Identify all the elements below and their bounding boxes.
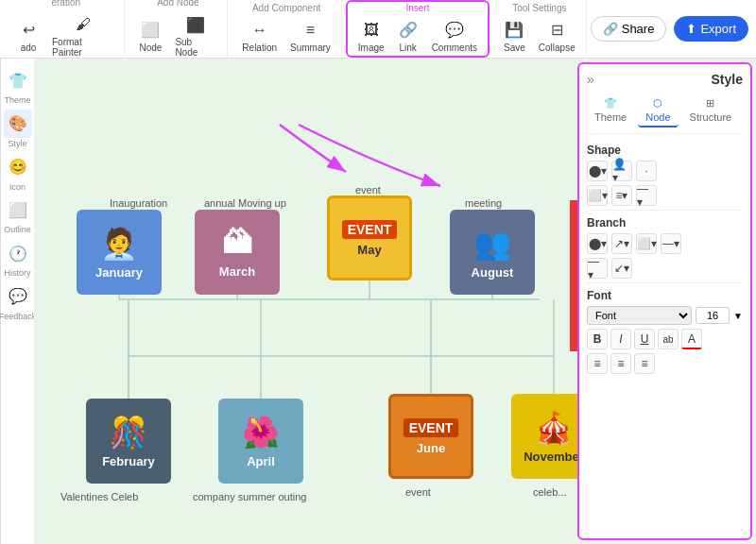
mar-annotation: annual Moving up (204, 197, 286, 209)
format-painter-icon: 🖌 (73, 14, 94, 35)
shape-dot-btn[interactable]: · (636, 161, 657, 181)
tab-theme[interactable]: 👕 Theme (587, 94, 634, 128)
align-left-btn[interactable]: ≡ (587, 353, 608, 374)
shape-person-btn[interactable]: 👤▾ (611, 161, 632, 181)
align-right-btn[interactable]: ≡ (634, 353, 655, 374)
sidebar-item-history[interactable]: 🕐 History (4, 239, 32, 279)
summary-icon: ≡ (300, 20, 320, 41)
node-icon: ⬜ (140, 20, 161, 41)
group-label-insert: Insert (405, 3, 429, 13)
share-icon: 🔗 (603, 22, 618, 36)
sub-node-icon: ⬛ (185, 14, 206, 35)
branch-fill-btn[interactable]: ⬤▾ (587, 233, 608, 254)
italic-btn[interactable]: I (610, 329, 631, 349)
format-painter-button[interactable]: 🖌 Format Painter (47, 11, 118, 60)
branch-curve-btn[interactable]: ↙▾ (611, 258, 632, 279)
apr-annotation: company summer outing (193, 491, 306, 502)
sidebar-item-feedback[interactable]: 💬 Feedback (0, 282, 36, 322)
mar-label: March (219, 264, 255, 279)
format-row: B I U ab A (587, 329, 743, 349)
branch-rect-btn[interactable]: ⬜▾ (636, 233, 657, 254)
sidebar-item-icon[interactable]: 😊 Icon (4, 153, 32, 193)
bold-btn[interactable]: B (587, 329, 608, 349)
style-icon: 🎨 (4, 110, 32, 138)
undo-button[interactable]: ↩ ado (13, 17, 43, 56)
strikethrough-btn[interactable]: ab (658, 329, 679, 349)
font-section-title: Font (587, 289, 743, 302)
sub-node-button[interactable]: ⬛ Sub Node (170, 11, 221, 60)
font-color-btn[interactable]: A (681, 329, 702, 349)
toolbar-group-insert: Insert 🖼 Image 🔗 Link 💬 Comments (346, 0, 490, 58)
outline-icon: ⬜ (4, 196, 32, 224)
branch-dash2-btn[interactable]: — ▾ (587, 258, 608, 279)
panel-collapse-btn[interactable]: » (587, 72, 594, 87)
toolbar-group-add-component: Add Component ↔ Relation ≡ Summary (232, 0, 342, 58)
share-export-group: 🔗 Share ⬆ Export (591, 16, 748, 42)
shape-row-1: ⬤▾ 👤▾ · (587, 161, 743, 181)
panel-header: » Style (587, 72, 743, 87)
save-button[interactable]: 💾 Save (499, 17, 530, 56)
underline-btn[interactable]: U (634, 329, 655, 349)
shape-dash-btn[interactable]: — ▾ (636, 185, 657, 206)
node-march[interactable]: 🏔 March (195, 210, 280, 295)
history-icon: 🕐 (4, 239, 32, 267)
node-may[interactable]: EVENT May (327, 196, 412, 280)
canvas[interactable]: Inauguration annual Moving up event meet… (34, 59, 577, 544)
feb-icon: 🎊 (110, 415, 147, 450)
shape-rect-btn[interactable]: ⬜▾ (587, 185, 608, 206)
sidebar-label-outline: Outline (4, 225, 31, 235)
toolbar-group-tool-settings: Tool Settings 💾 Save ⊟ Collapse (493, 0, 587, 58)
comments-button[interactable]: 💬 Comments (427, 17, 482, 56)
summary-button[interactable]: ≡ Summary (285, 17, 335, 56)
sidebar-label-icon: Icon (9, 182, 26, 193)
sidebar-item-style[interactable]: 🎨 Style (4, 110, 32, 149)
font-size-arrow[interactable]: ▼ (733, 311, 743, 321)
red-bar (570, 200, 577, 351)
jan-annotation: Inauguration (110, 197, 167, 209)
node-november[interactable]: 🎪 November (511, 394, 577, 479)
shape-fill-btn[interactable]: ⬤▾ (587, 161, 608, 181)
jan-label: January (95, 265, 143, 280)
tab-structure[interactable]: ⊞ Structure (682, 94, 740, 128)
node-february[interactable]: 🎊 February (86, 399, 171, 484)
jun-annotation: event (405, 486, 431, 498)
jun-event-badge: EVENT (404, 418, 459, 437)
node-april[interactable]: 🌺 April (218, 399, 303, 484)
node-august[interactable]: 👥 August (450, 210, 535, 295)
shape-lines-btn[interactable]: ≡▾ (611, 185, 632, 206)
align-center-btn[interactable]: ≡ (610, 353, 631, 374)
sidebar-item-outline[interactable]: ⬜ Outline (4, 196, 32, 235)
divider-1 (587, 210, 743, 211)
theme-icon: 👕 (4, 66, 32, 94)
feb-label: February (102, 454, 155, 468)
sidebar-label-theme: Theme (4, 95, 30, 106)
save-icon: 💾 (504, 20, 524, 41)
font-select[interactable]: Font (587, 306, 692, 325)
tab-node[interactable]: ⬡ Node (638, 94, 678, 128)
branch-color-btn[interactable]: ↗▾ (611, 233, 632, 254)
aug-icon: 👥 (473, 226, 511, 262)
sidebar-label-style: Style (8, 139, 26, 149)
export-button[interactable]: ⬆ Export (674, 16, 748, 42)
branch-line-btn[interactable]: —▾ (661, 233, 681, 254)
node-january[interactable]: 🧑‍💼 January (77, 210, 162, 295)
relation-icon: ↔ (249, 20, 270, 41)
group-label-add-component: Add Component (252, 3, 320, 13)
sidebar-label-feedback: Feedback (0, 312, 36, 322)
relation-button[interactable]: ↔ Relation (237, 17, 282, 56)
node-button[interactable]: ⬜ Node (134, 17, 166, 56)
collapse-button[interactable]: ⊟ Collapse (534, 17, 580, 56)
icon-icon: 😊 (4, 153, 32, 181)
aug-annotation: meeting (465, 197, 502, 209)
node-june[interactable]: EVENT June (388, 394, 473, 479)
sidebar-item-theme[interactable]: 👕 Theme (4, 66, 32, 106)
image-button[interactable]: 🖼 Image (353, 17, 389, 56)
nov-label: November (524, 450, 577, 464)
font-size-input[interactable] (696, 307, 730, 324)
apr-icon: 🌺 (242, 415, 280, 450)
share-button[interactable]: 🔗 Share (591, 16, 667, 42)
toolbar: eration ↩ ado 🖌 Format Painter Add Node … (0, 0, 756, 59)
branch-section-title: Branch (587, 216, 743, 230)
collapse-icon: ⊟ (546, 20, 567, 41)
link-button[interactable]: 🔗 Link (393, 17, 423, 56)
